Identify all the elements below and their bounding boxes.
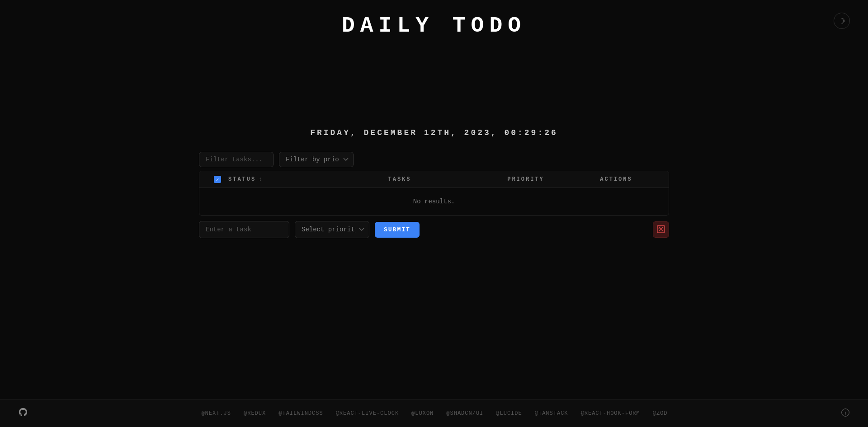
- priority-label: PRIORITY: [507, 176, 544, 183]
- select-all-checkbox[interactable]: [214, 176, 221, 183]
- no-results-text: No results.: [413, 198, 455, 205]
- select-priority-dropdown[interactable]: Select priority Low Medium High: [295, 221, 369, 238]
- main-content: FRIDAY, DECEMBER 12TH, 2023, 00:29:26 Fi…: [0, 47, 868, 399]
- table-body: No results.: [199, 188, 669, 215]
- footer-link-tailwindcss[interactable]: @TAILWINDCSS: [278, 410, 323, 417]
- filter-tasks-input[interactable]: [199, 152, 274, 167]
- app-title: DAILY TODO: [342, 14, 526, 38]
- task-input[interactable]: [199, 221, 289, 238]
- footer-link-shadcn[interactable]: @SHADCN/UI: [446, 410, 483, 417]
- footer-links: @NEXT.JS @REDUX @TAILWINDCSS @REACT-LIVE…: [201, 410, 667, 417]
- status-column-header[interactable]: STATUS ↕: [228, 176, 319, 183]
- add-task-row: Select priority Low Medium High SUBMIT: [199, 221, 669, 238]
- footer-link-react-live-clock[interactable]: @REACT-LIVE-CLOCK: [336, 410, 399, 417]
- filter-priority-select[interactable]: Filter by priority Low Medium High: [279, 152, 354, 167]
- checkbox-header-cell: [207, 176, 228, 183]
- footer-link-tanstack[interactable]: @TANSTACK: [535, 410, 568, 417]
- delete-all-button[interactable]: [653, 221, 669, 238]
- footer-link-nextjs[interactable]: @NEXT.JS: [201, 410, 231, 417]
- datetime-display: FRIDAY, DECEMBER 12TH, 2023, 00:29:26: [310, 128, 558, 137]
- priority-column-header: PRIORITY: [481, 176, 571, 183]
- footer-link-lucide[interactable]: @LUCIDE: [496, 410, 522, 417]
- theme-toggle-button[interactable]: ☽: [834, 13, 850, 29]
- footer-link-redux[interactable]: @REDUX: [244, 410, 266, 417]
- actions-label: ACTIONS: [600, 176, 632, 183]
- tasks-column-header: TASKS: [319, 176, 481, 183]
- svg-point-6: [845, 411, 846, 411]
- table-section: Filter by priority Low Medium High STATU…: [199, 152, 669, 238]
- task-table: STATUS ↕ TASKS PRIORITY ACTIONS No re: [199, 171, 669, 216]
- footer-info[interactable]: [841, 408, 850, 419]
- status-label: STATUS: [228, 176, 256, 183]
- footer-link-luxon[interactable]: @LUXON: [411, 410, 434, 417]
- tasks-label: TASKS: [388, 176, 411, 183]
- actions-column-header: ACTIONS: [571, 176, 661, 183]
- theme-toggle-icon: ☽: [839, 17, 845, 25]
- submit-button[interactable]: SUBMIT: [375, 222, 420, 238]
- delete-all-icon: [657, 225, 665, 235]
- filter-row: Filter by priority Low Medium High: [199, 152, 669, 167]
- footer: @NEXT.JS @REDUX @TAILWINDCSS @REACT-LIVE…: [0, 399, 868, 427]
- footer-left: [18, 407, 28, 420]
- table-header: STATUS ↕ TASKS PRIORITY ACTIONS: [199, 171, 669, 188]
- footer-link-zod[interactable]: @ZOD: [653, 410, 668, 417]
- header: DAILY TODO ☽: [0, 0, 868, 47]
- footer-link-react-hook-form[interactable]: @REACT-HOOK-FORM: [581, 410, 640, 417]
- github-icon[interactable]: [18, 407, 28, 420]
- app-container: DAILY TODO ☽ FRIDAY, DECEMBER 12TH, 2023…: [0, 0, 868, 427]
- status-sort-icon: ↕: [259, 176, 263, 183]
